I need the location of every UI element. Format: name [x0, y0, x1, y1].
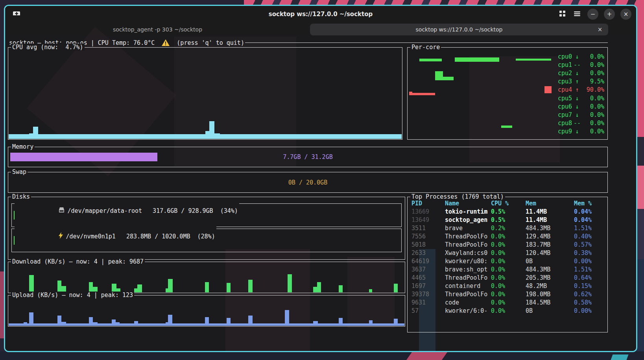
trend-arrow-icon: --	[572, 61, 582, 68]
download-panel: Download (KB/s) — now: 4 | peak: 9687	[8, 262, 405, 293]
process-table-header: PID Name CPU % Mem Mem %	[408, 200, 607, 208]
tab-close-icon[interactable]: ×	[596, 25, 604, 34]
terminal-content[interactable]: socktop — host: pop-os | CPU Temp: 76.0°…	[5, 37, 636, 351]
trend-arrow-icon: ↓	[572, 95, 582, 102]
cpu-spark-bar	[260, 137, 265, 139]
cpu-spark-bar	[245, 137, 253, 139]
process-row[interactable]: 3511brave0.2%484.3MB1.51%	[408, 225, 607, 233]
process-memp: 0.62%	[574, 291, 592, 298]
disk-data-root-title: /dev/mapper/data-root 317.6GB / 928.9GB …	[15, 200, 239, 222]
process-pid: 13649	[411, 216, 429, 223]
process-memp: 0.15%	[574, 282, 592, 290]
process-mem: 0B	[526, 258, 533, 265]
process-pid: 7556	[411, 233, 426, 240]
per-core-rows: cpu0↓0.0%cpu1--0.0%cpu2↓0.0%cpu3↑9.5%cpu…	[553, 52, 604, 136]
process-row[interactable]: 13649socktop_agen0.5%11.4MB0.04%	[408, 216, 607, 225]
top-processes-title: Top Processes (1769 total)	[410, 193, 505, 200]
cpu-avg-title: CPU avg (now: 4.7%)	[11, 44, 85, 51]
per-core-panel: Per-core cpu0↓0.0%cpu1--0.0%cpu2↓0.0%cpu…	[407, 47, 608, 140]
process-cpu: 0.5%	[491, 208, 505, 215]
ul-spark-bar	[205, 317, 209, 326]
cpu-spark-bar	[214, 133, 220, 139]
ul-spark-bar	[248, 316, 253, 326]
process-row[interactable]: 3637brave:sh_opt0.0%484.3MB1.51%	[408, 266, 607, 274]
maximize-button[interactable]: +	[604, 9, 615, 20]
trend-arrow-icon: ↓	[572, 70, 582, 77]
process-mem: 0B	[526, 307, 533, 314]
ul-spark-bar	[134, 321, 138, 326]
process-cpu: 0.0%	[491, 307, 505, 314]
terminal-window: socktop ws://127.0.0 ~/socktop	[4, 5, 637, 352]
core-label: cpu5	[553, 95, 572, 102]
process-row[interactable]: 9631code0.0%184.5MB0.58%	[408, 299, 607, 307]
process-row[interactable]: 13669tokio-runtim0.5%11.4MB0.04%	[408, 208, 607, 216]
process-memp: 0.04%	[574, 216, 592, 223]
process-row[interactable]: 2633Xwayland:cs00.0%120.4MB0.38%	[408, 249, 607, 258]
titlebar[interactable]: socktop ws://127.0.0 ~/socktop	[5, 6, 636, 22]
process-pid: 64619	[411, 258, 429, 265]
process-name: ThreadPoolFo	[445, 233, 487, 240]
warning-icon	[161, 39, 170, 46]
dl-spark-bar	[89, 282, 93, 292]
per-core-history-segment	[516, 59, 551, 61]
process-memp: 1.51%	[574, 266, 592, 273]
process-row[interactable]: 5018ThreadPoolFo0.0%183.7MB0.57%	[408, 241, 607, 249]
process-mem: 11.4MB	[526, 208, 547, 215]
process-row[interactable]: 1697containerd0.0%48.2MB0.15%	[408, 282, 607, 291]
hamburger-icon	[574, 11, 580, 18]
core-load-value: 0.0%	[582, 61, 604, 68]
trend-arrow-icon: ↓	[572, 53, 582, 60]
per-core-title: Per-core	[410, 44, 441, 51]
ul-spark-bar	[57, 316, 61, 326]
cpu-spark-bar	[276, 137, 280, 139]
tab-socktop-agent[interactable]: socktop_agent -p 303 ~/socktop	[5, 26, 310, 33]
process-row[interactable]: 7556ThreadPoolFo0.0%129.4MB0.40%	[408, 233, 607, 241]
process-row[interactable]: 57kworker/6:0-0.0%0B0.00%	[408, 307, 607, 316]
menu-button[interactable]	[572, 9, 582, 19]
tab-overview-button[interactable]	[557, 9, 567, 19]
process-mem: 11.4MB	[526, 216, 547, 223]
core-label: cpu7	[553, 111, 572, 118]
process-cpu: 0.0%	[491, 291, 505, 298]
process-cpu: 0.0%	[491, 266, 505, 273]
ul-spark-bar	[93, 322, 98, 326]
core-load-value: 90.0%	[582, 86, 604, 93]
process-row[interactable]: 39378ThreadPoolFo0.0%198.0MB0.62%	[408, 291, 607, 299]
ul-spark-bar	[285, 310, 289, 326]
process-pid: 9631	[411, 299, 426, 306]
download-title: Download (KB/s) — now: 4 | peak: 9687	[11, 258, 145, 265]
new-tab-button[interactable]	[11, 9, 22, 20]
memory-panel: Memory 7.7GB / 31.2GB	[8, 147, 608, 167]
core-label: cpu9	[553, 128, 572, 135]
trend-arrow-icon: ↑	[572, 86, 582, 93]
wallpaper-pink-shape	[406, 352, 447, 360]
process-mem: 129.4MB	[526, 233, 550, 240]
bolt-icon	[16, 225, 63, 247]
tab-socktop-active[interactable]: socktop ws://127.0.0 ~/socktop ×	[310, 24, 608, 35]
process-row[interactable]: 64619kworker/u80:0.0%0B0.00%	[408, 258, 607, 266]
process-memp: 1.51%	[574, 225, 592, 232]
close-button[interactable]: ×	[620, 9, 631, 20]
cpu-spark-bar	[205, 131, 209, 139]
process-cpu: 0.5%	[491, 216, 505, 223]
ul-spark-bar	[227, 318, 231, 326]
window-title: socktop ws://127.0.0 ~/socktop	[5, 11, 636, 18]
process-pid: 3637	[411, 266, 426, 273]
memory-title: Memory	[11, 143, 35, 150]
dl-spark-bar	[29, 275, 34, 292]
process-row[interactable]: 4465ThreadPoolFo0.0%205.3MB0.64%	[408, 274, 607, 282]
minimize-button[interactable]: −	[587, 9, 598, 20]
process-pid: 13669	[411, 208, 429, 215]
process-name: socktop_agen	[445, 216, 487, 223]
ul-spark-bar	[24, 322, 27, 326]
tab-label: socktop ws://127.0.0 ~/socktop	[416, 26, 503, 33]
ul-spark-bar	[339, 318, 343, 326]
dl-spark-bar	[248, 280, 253, 292]
process-pid: 1697	[411, 282, 426, 290]
core-label: cpu8	[553, 120, 572, 127]
per-core-row-cpu1: cpu1--0.0%	[553, 61, 604, 69]
per-core-row-cpu3: cpu3↑9.5%	[553, 78, 604, 86]
cpu-spark-bar	[29, 133, 33, 139]
process-memp: 0.58%	[574, 299, 592, 306]
cpu-spark-bar	[363, 137, 367, 139]
